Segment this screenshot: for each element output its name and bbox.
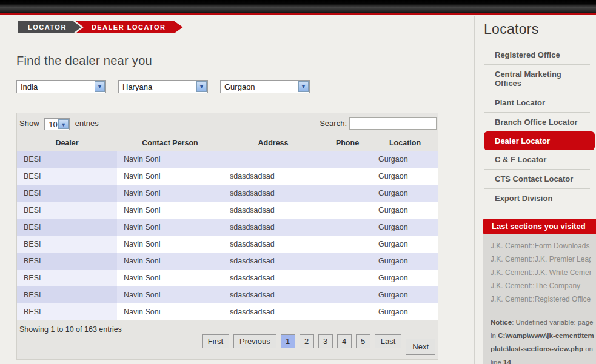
notice-line-number: 14 [503,359,511,364]
filter-selects: India ▼ Haryana ▼ Gurgaon ▼ [16,80,310,93]
main-content: LOCATOR DEALER LOCATOR Find the dealer n… [0,16,475,364]
next-button[interactable]: Next [406,339,435,355]
chevron-down-icon: ▼ [58,119,69,129]
search-input[interactable] [349,117,437,130]
table-controls: Show 10 ▼ entries Search: [17,113,438,135]
sidebar-item-registered-office[interactable]: Registered Office [484,45,590,64]
sidebar-item-export-division[interactable]: Export Division [484,188,590,208]
table-cell: Gurgaon [372,219,438,236]
chevron-down-icon: ▼ [196,81,207,92]
table-row: BESINavin SonisdasdsadsadGurgaon [17,185,438,202]
table-cell: Navin Soni [117,303,223,320]
table-cell: Navin Soni [117,270,223,286]
sidebar: Locators Registered OfficeCentral Market… [475,16,596,364]
table-row: BESINavin SonisdasdsadsadGurgaon [17,168,438,185]
page-button-1[interactable]: 1 [281,334,295,348]
show-label: Show [19,119,39,128]
city-select[interactable]: Gurgaon ▼ [220,80,310,93]
table-cell: Navin Soni [117,219,223,236]
table-row: BESINavin SonisdasdsadsadGurgaon [17,219,438,236]
visited-link-registered-office[interactable]: J.K. Cement::Registered Office [491,293,591,306]
table-cell: BESI [17,185,117,202]
table-cell [323,151,372,168]
breadcrumb: LOCATOR DEALER LOCATOR [18,21,183,33]
page-button-4[interactable]: 4 [337,334,352,348]
visited-link-j-k-white-cement[interactable]: J.K. Cement::J.K. White Cement [491,266,591,279]
search-label: Search: [320,119,347,128]
table-cell: Navin Soni [117,168,223,185]
table-cell: Gurgaon [372,151,438,168]
sidebar-item-branch-office-locator[interactable]: Branch Office Locator [484,112,590,131]
dealer-table: DealerContact PersonAddressPhoneLocation… [17,135,438,320]
table-cell: Navin Soni [117,236,223,253]
notice-label: Notice [491,319,512,326]
column-header-address[interactable]: Address [223,135,323,151]
table-cell [323,286,372,303]
page-size-value: 10 [45,120,57,129]
table-header-row: DealerContact PersonAddressPhoneLocation [17,135,438,151]
sidebar-title: Locators [475,16,596,45]
table-cell: BESI [17,270,117,286]
page-button-3[interactable]: 3 [318,334,333,348]
table-cell: sdasdsadsad [223,202,323,219]
table-cell: Gurgaon [372,286,438,303]
state-select[interactable]: Haryana ▼ [118,80,208,93]
table-cell: Navin Soni [117,286,223,303]
php-notice: Notice: Undefined variable: page in C:\w… [491,316,595,364]
table-cell [323,219,372,236]
column-header-location[interactable]: Location [372,135,438,151]
table-cell [323,236,372,253]
breadcrumb-dealer-locator[interactable]: DEALER LOCATOR [76,21,183,33]
sidebar-item-central-marketing-offices[interactable]: Central Marketing Offices [484,64,590,93]
page-button-2[interactable]: 2 [300,334,314,348]
table-cell [323,185,372,202]
previous-button[interactable]: Previous [233,334,276,348]
table-cell: BESI [17,202,117,219]
sidebar-item-dealer-locator[interactable]: Dealer Locator [484,131,595,150]
column-header-phone[interactable]: Phone [323,135,372,151]
table-cell: sdasdsadsad [223,253,323,270]
page-title: Find the dealer near you [16,54,152,68]
top-black-bar [0,0,596,15]
country-select-value: India [17,82,38,91]
sidebar-item-c-f-locator[interactable]: C & F Locator [484,150,590,169]
column-header-dealer[interactable]: Dealer [17,135,117,151]
page-button-5[interactable]: 5 [356,334,370,348]
table-cell: Gurgaon [372,168,438,185]
table-cell: BESI [17,253,117,270]
table-cell: Navin Soni [117,202,223,219]
table-cell: Gurgaon [372,270,438,286]
notice-path: C:\wamp\www\jk-cement\template\last-sect… [491,332,594,352]
sidebar-item-cts-contact-locator[interactable]: CTS Contact Locator [484,169,590,188]
table-row: BESINavin SonisdasdsadsadGurgaon [17,270,438,286]
table-cell: sdasdsadsad [223,286,323,303]
first-button[interactable]: First [202,334,229,348]
table-cell: Navin Soni [117,151,223,168]
last-sections-widget: Last sections you visited J.K. Cement::F… [475,219,596,364]
table-cell: sdasdsadsad [223,236,323,253]
column-header-contact-person[interactable]: Contact Person [117,135,223,151]
locator-nav: Registered OfficeCentral Marketing Offic… [475,45,596,208]
visited-link-form-downloads[interactable]: J.K. Cement::Form Downloads [491,239,591,253]
last-sections-title: Last sections you visited [483,219,596,234]
table-cell [223,151,323,168]
chevron-down-icon: ▼ [298,81,309,92]
country-select[interactable]: India ▼ [16,80,106,93]
sidebar-item-plant-locator[interactable]: Plant Locator [484,93,590,112]
visited-link-the-company[interactable]: J.K. Cement::The Company [491,279,591,293]
page-size-select[interactable]: 10 ▼ [44,118,70,130]
breadcrumb-locator[interactable]: LOCATOR [18,21,81,33]
table-cell: sdasdsadsad [223,168,323,185]
pagination: FirstPrevious12345LastNext [198,334,435,351]
state-select-value: Haryana [119,82,152,91]
table-cell [323,253,372,270]
table-cell [323,270,372,286]
table-cell: sdasdsadsad [223,303,323,320]
table-cell: BESI [17,303,117,320]
visited-link-j-k-premier-league[interactable]: J.K. Cement::J.K. Premier League [491,253,591,266]
entries-label: entries [75,119,99,128]
last-button[interactable]: Last [375,334,402,348]
table-row: BESINavin SonisdasdsadsadGurgaon [17,303,438,320]
table-cell [323,202,372,219]
table-cell: BESI [17,151,117,168]
